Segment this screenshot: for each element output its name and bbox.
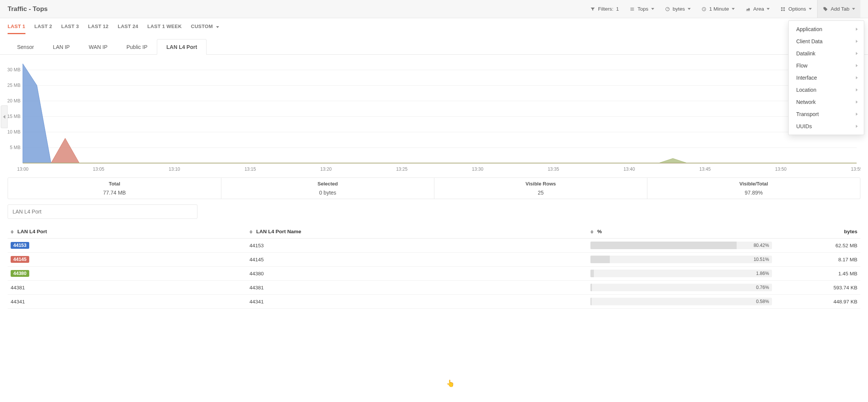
dimension-tab[interactable]: WAN IP bbox=[79, 39, 117, 55]
svg-text:13:10: 13:10 bbox=[169, 166, 180, 172]
col-bytes[interactable]: bytes bbox=[775, 225, 860, 239]
timerange-tabs: LAST 1LAST 2LAST 3LAST 12LAST 24LAST 1 W… bbox=[0, 18, 868, 34]
timerange-tab[interactable]: LAST 1 WEEK bbox=[147, 24, 182, 34]
chart-prev-handle[interactable] bbox=[1, 105, 8, 128]
add-tab-button[interactable]: Add Tab bbox=[817, 0, 860, 18]
list-icon bbox=[630, 6, 635, 12]
summary-rows-value: 25 bbox=[434, 188, 647, 196]
svg-text:5 MB: 5 MB bbox=[10, 145, 21, 150]
add-tab-menu-item[interactable]: UUIDs bbox=[789, 120, 864, 132]
tops-dropdown[interactable]: Tops bbox=[624, 0, 660, 18]
timerange-tab[interactable]: LAST 3 bbox=[61, 24, 79, 34]
add-tab-menu-item[interactable]: Application bbox=[789, 23, 864, 35]
sort-icon bbox=[249, 230, 253, 234]
chart-area-icon bbox=[745, 6, 751, 12]
port-pill: 44380 bbox=[11, 270, 29, 277]
table-row[interactable]: 44381443810.76%593.74 KB bbox=[8, 281, 860, 295]
summary-total: Total 77.74 MB bbox=[8, 178, 221, 199]
filter-icon bbox=[590, 6, 595, 12]
add-tab-menu-item[interactable]: Datalink bbox=[789, 47, 864, 60]
svg-rect-2 bbox=[781, 7, 783, 9]
gauge-icon bbox=[665, 6, 670, 12]
pct-value: 10.51% bbox=[754, 257, 769, 262]
col-name[interactable]: LAN L4 Port Name bbox=[246, 225, 587, 239]
add-tab-menu-label: Interface bbox=[796, 75, 817, 81]
table-row[interactable]: 44380443801.86%1.45 MB bbox=[8, 267, 860, 281]
dimension-tab[interactable]: LAN L4 Port bbox=[157, 39, 207, 55]
table-row[interactable]: 441534415380.42%62.52 MB bbox=[8, 239, 860, 253]
chevron-right-icon bbox=[856, 125, 858, 128]
cell-pct: 80.42% bbox=[587, 239, 775, 253]
caret-icon bbox=[216, 26, 219, 28]
cell-port: 44381 bbox=[8, 281, 246, 295]
add-tab-menu-item[interactable]: Transport bbox=[789, 108, 864, 120]
col-port-label: LAN L4 Port bbox=[17, 229, 47, 234]
add-tab-menu-item[interactable]: Location bbox=[789, 84, 864, 96]
cell-port-name: 44381 bbox=[246, 281, 587, 295]
timerange-tab[interactable]: LAST 24 bbox=[118, 24, 138, 34]
filters-count: 1 bbox=[616, 6, 619, 12]
timerange-tab[interactable]: LAST 1 bbox=[8, 24, 25, 34]
add-tab-menu-item[interactable]: Flow bbox=[789, 60, 864, 72]
cell-port-name: 44380 bbox=[246, 267, 587, 281]
col-bytes-label: bytes bbox=[844, 229, 857, 234]
table-filter-row bbox=[0, 199, 868, 223]
timerange-tab[interactable]: CUSTOM bbox=[191, 24, 219, 34]
add-tab-menu-item[interactable]: Network bbox=[789, 96, 864, 108]
dimension-tab[interactable]: Public IP bbox=[117, 39, 157, 55]
add-tab-menu-item[interactable]: Client Data bbox=[789, 35, 864, 47]
chevron-right-icon bbox=[856, 40, 858, 43]
grid-icon bbox=[780, 6, 786, 12]
summary-rows-label: Visible Rows bbox=[434, 181, 647, 188]
chevron-right-icon bbox=[856, 76, 858, 79]
cell-pct: 1.86% bbox=[587, 267, 775, 281]
col-pct[interactable]: % bbox=[587, 225, 775, 239]
svg-text:13:40: 13:40 bbox=[623, 166, 635, 172]
summary-rows: Visible Rows 25 bbox=[434, 178, 647, 199]
add-tab-menu-label: Datalink bbox=[796, 50, 816, 57]
col-port[interactable]: LAN L4 Port bbox=[8, 225, 246, 239]
port-pill: 44145 bbox=[11, 256, 29, 263]
timerange-tab[interactable]: LAST 2 bbox=[35, 24, 52, 34]
caret-icon bbox=[651, 8, 654, 10]
page-title: Traffic - Tops bbox=[8, 5, 47, 13]
summary-selected-label: Selected bbox=[221, 181, 434, 188]
cell-port: 44341 bbox=[8, 295, 246, 309]
svg-text:13:35: 13:35 bbox=[548, 166, 559, 172]
tag-icon bbox=[823, 6, 828, 12]
table-row[interactable]: 44341443410.58%448.97 KB bbox=[8, 295, 860, 309]
interval-dropdown[interactable]: 1 Minute bbox=[696, 0, 740, 18]
cell-pct: 0.58% bbox=[587, 295, 775, 309]
cell-pct: 0.76% bbox=[587, 281, 775, 295]
add-tab-label: Add Tab bbox=[831, 6, 849, 12]
filters-button[interactable]: Filters: 1 bbox=[585, 0, 624, 18]
options-dropdown[interactable]: Options bbox=[775, 0, 817, 18]
caret-icon bbox=[809, 8, 812, 10]
caret-icon bbox=[852, 8, 855, 10]
add-tab-menu-label: Network bbox=[796, 99, 816, 105]
svg-text:13:55: 13:55 bbox=[851, 166, 860, 172]
dimension-tab[interactable]: Sensor bbox=[8, 39, 43, 55]
timerange-tab[interactable]: LAST 12 bbox=[88, 24, 109, 34]
pct-value: 80.42% bbox=[754, 243, 769, 248]
add-tab-menu-item[interactable]: Interface bbox=[789, 72, 864, 84]
table-filter-input[interactable] bbox=[8, 204, 197, 219]
clock-icon bbox=[701, 6, 707, 12]
cell-bytes: 8.17 MB bbox=[775, 253, 860, 267]
dimension-tab[interactable]: LAN IP bbox=[43, 39, 79, 55]
chevron-right-icon bbox=[856, 28, 858, 31]
table-row[interactable]: 441454414510.51%8.17 MB bbox=[8, 253, 860, 267]
unit-dropdown[interactable]: bytes bbox=[660, 0, 696, 18]
svg-text:15 MB: 15 MB bbox=[8, 114, 21, 119]
pct-bar: 80.42% bbox=[590, 242, 772, 249]
svg-rect-4 bbox=[781, 9, 783, 11]
chevron-right-icon bbox=[856, 100, 858, 104]
summary-total-value: 77.74 MB bbox=[8, 188, 221, 196]
pct-bar: 0.76% bbox=[590, 284, 772, 291]
chevron-right-icon bbox=[856, 52, 858, 55]
charttype-dropdown[interactable]: Area bbox=[740, 0, 775, 18]
add-tab-menu-label: Location bbox=[796, 87, 816, 93]
summary-ratio-value: 97.89% bbox=[647, 188, 860, 196]
svg-text:13:20: 13:20 bbox=[320, 166, 332, 172]
sort-icon bbox=[590, 230, 593, 234]
